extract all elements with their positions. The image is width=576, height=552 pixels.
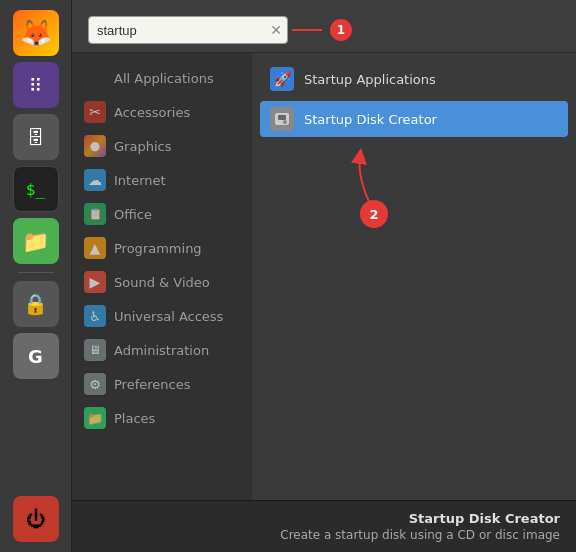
search-area: ✕ 1 xyxy=(72,0,576,53)
disk-svg xyxy=(273,110,291,128)
annotation-1-group: 1 xyxy=(292,19,352,41)
annotation-badge-2: 2 xyxy=(360,200,388,228)
category-admin[interactable]: 🖥 Administration xyxy=(72,333,252,367)
svg-point-2 xyxy=(283,120,287,124)
startup-apps-icon: 🚀 xyxy=(270,67,294,91)
cat-admin-icon: 🖥 xyxy=(84,339,106,361)
annotation-arrow-line xyxy=(292,29,322,31)
app-title: Startup Disk Creator xyxy=(88,511,560,526)
annotation-badge-1: 1 xyxy=(330,19,352,41)
lock-icon: 🔒 xyxy=(23,292,48,316)
cat-accessories-icon: ✂ xyxy=(84,101,106,123)
cat-places-label: Places xyxy=(114,411,155,426)
terminal-icon: $_ xyxy=(26,180,45,199)
sidebar-icon-grid[interactable]: ⠿ xyxy=(13,62,59,108)
app-description: Create a startup disk using a CD or disc… xyxy=(88,528,560,542)
cat-internet-label: Internet xyxy=(114,173,166,188)
cat-programming-icon: ▲ xyxy=(84,237,106,259)
startup-apps-icon-glyph: 🚀 xyxy=(274,71,291,87)
cat-prefs-icon: ⚙ xyxy=(84,373,106,395)
startup-apps-label: Startup Applications xyxy=(304,72,436,87)
result-startup-disk-creator[interactable]: Startup Disk Creator xyxy=(260,101,568,137)
cat-preferences-label: Preferences xyxy=(114,377,190,392)
cat-accessories-label: Accessories xyxy=(114,105,190,120)
sidebar-icon-firefox[interactable]: 🦊 xyxy=(13,10,59,56)
annotation-2-container: 2 xyxy=(342,148,402,222)
main-area: ✕ 1 All Applications ✂ Accessories ● Gra… xyxy=(72,0,576,552)
categories-list: All Applications ✂ Accessories ● Graphic… xyxy=(72,53,252,500)
cat-all-icon xyxy=(84,67,106,89)
sidebar-icon-power[interactable]: ⏻ xyxy=(13,496,59,542)
startup-disk-label: Startup Disk Creator xyxy=(304,112,437,127)
info-bar: Startup Disk Creator Create a startup di… xyxy=(72,500,576,552)
result-startup-applications[interactable]: 🚀 Startup Applications xyxy=(260,61,568,97)
cat-graphics-icon: ● xyxy=(84,135,106,157)
firefox-icon: 🦊 xyxy=(20,18,52,48)
category-programming[interactable]: ▲ Programming xyxy=(72,231,252,265)
startup-disk-icon xyxy=(270,107,294,131)
files-icon: 📁 xyxy=(22,229,49,254)
cat-sound-icon: ▶ xyxy=(84,271,106,293)
sidebar-icon-gimp[interactable]: G xyxy=(13,333,59,379)
search-clear-icon[interactable]: ✕ xyxy=(270,22,282,38)
content-area: All Applications ✂ Accessories ● Graphic… xyxy=(72,53,576,500)
category-universal[interactable]: ♿ Universal Access xyxy=(72,299,252,333)
search-input[interactable] xyxy=(88,16,288,44)
sidebar-icon-files[interactable]: 📁 xyxy=(13,218,59,264)
cat-office-label: Office xyxy=(114,207,152,222)
category-preferences[interactable]: ⚙ Preferences xyxy=(72,367,252,401)
cat-places-icon: 📁 xyxy=(84,407,106,429)
sidebar-icon-storage[interactable]: 🗄 xyxy=(13,114,59,160)
cat-office-icon: 📋 xyxy=(84,203,106,225)
results-area: 🚀 Startup Applications Startup Disk Crea… xyxy=(252,53,576,500)
category-sound-video[interactable]: ▶ Sound & Video xyxy=(72,265,252,299)
cat-all-label: All Applications xyxy=(114,71,214,86)
sidebar-icon-terminal[interactable]: $_ xyxy=(13,166,59,212)
sidebar: 🦊 ⠿ 🗄 $_ 📁 🔒 G ⏻ xyxy=(0,0,72,552)
gimp-icon: G xyxy=(28,346,43,367)
search-wrapper: ✕ xyxy=(88,16,288,44)
category-internet[interactable]: ☁ Internet xyxy=(72,163,252,197)
category-graphics[interactable]: ● Graphics xyxy=(72,129,252,163)
power-icon: ⏻ xyxy=(26,507,46,531)
cat-universal-icon: ♿ xyxy=(84,305,106,327)
cat-sound-label: Sound & Video xyxy=(114,275,210,290)
cat-programming-label: Programming xyxy=(114,241,202,256)
sidebar-divider xyxy=(18,272,54,273)
category-places[interactable]: 📁 Places xyxy=(72,401,252,435)
cat-admin-label: Administration xyxy=(114,343,209,358)
cat-graphics-label: Graphics xyxy=(114,139,171,154)
svg-rect-1 xyxy=(278,115,286,120)
category-office[interactable]: 📋 Office xyxy=(72,197,252,231)
cat-universal-label: Universal Access xyxy=(114,309,223,324)
cat-internet-icon: ☁ xyxy=(84,169,106,191)
grid-icon: ⠿ xyxy=(29,75,42,96)
search-row: ✕ 1 xyxy=(88,16,560,44)
category-all[interactable]: All Applications xyxy=(72,61,252,95)
sidebar-icon-lock[interactable]: 🔒 xyxy=(13,281,59,327)
storage-icon: 🗄 xyxy=(27,127,45,148)
category-accessories[interactable]: ✂ Accessories xyxy=(72,95,252,129)
